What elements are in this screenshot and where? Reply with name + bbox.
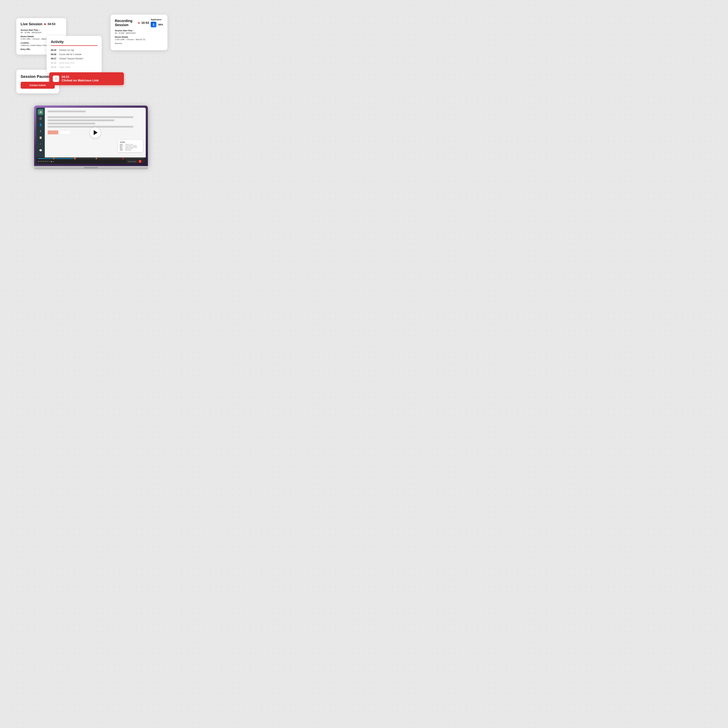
list-item: 04:17 - Clicked "Session Monitor" (51, 57, 97, 61)
activity-time: 04:18 (51, 62, 57, 64)
sidebar-icon-chat[interactable]: 💬 (38, 147, 43, 153)
list-item: 04:18 – Quick back click (120, 148, 141, 149)
list-item: 04:17 – Clicked "Session Monitor" (120, 147, 141, 148)
app-main-content: Activity 04:15 – Clicked <a> tag 04:16 –… (45, 108, 146, 158)
recording-indicator-dot (138, 22, 139, 24)
list-item: 04:16 – Cursor Idle for 1 minute (120, 145, 141, 147)
fake-bar (47, 122, 95, 124)
rec-location-value: America (115, 42, 163, 44)
timestamp-display: 00:30:10:54 (40, 161, 49, 162)
activity-list: 04:15 - Clicked <a> tag 04:16 - Cursor I… (51, 48, 97, 69)
sidebar-icon-check[interactable]: ✓ (38, 141, 43, 147)
rec-start-time-value: 09 : 32 AM · 08/03/2024 (115, 32, 163, 34)
fake-btn-white (60, 130, 70, 135)
timeline-marker-orange-3 (96, 158, 97, 159)
mini-activity-title: Activity (120, 141, 141, 143)
activity-card: Activity 04:15 - Clicked <a> tag 04:16 -… (47, 36, 102, 73)
fake-bar (47, 110, 86, 112)
fast-forward-button[interactable]: » (54, 161, 54, 162)
fake-bar (47, 119, 114, 121)
list-item: 04:20 - Page visible (51, 65, 97, 69)
activity-time: 04:20 (51, 66, 57, 69)
laptop-screen: 🏠 ⏻ 👤 $ 📋 ✓ 💬 (36, 108, 146, 164)
activity-desc: Quick back click (59, 62, 75, 64)
rec-start-time-label: Session Start Time – (115, 29, 163, 32)
list-item: 04:18 - Quick back click (51, 61, 97, 65)
start-time-label: Session Start Time – (21, 29, 62, 31)
activity-desc: Page visible (59, 66, 71, 69)
sidebar-icon-user[interactable]: 👤 (38, 122, 43, 128)
list-item: 04:16 - Cursor Idle for 1 minute (51, 52, 97, 57)
timeline-marker-orange-2 (74, 158, 76, 159)
laptop-base (34, 166, 148, 169)
rec-device-value: 1728 x 896 – Chrome – MacOS 10... (115, 38, 163, 41)
list-item: 04:20 – Page visible (120, 149, 141, 151)
activity-desc: Cursor Idle for 1 minute (59, 53, 81, 56)
fake-btn-red (47, 130, 58, 135)
list-item: 04:15 – Clicked <a> tag (120, 144, 141, 145)
rec-device-label: Device Details (115, 36, 163, 38)
fake-bar (47, 126, 133, 128)
app-sidebar: 🏠 ⏻ 👤 $ 📋 ✓ 💬 (36, 108, 45, 158)
live-indicator-dot (44, 23, 46, 25)
recording-session-timer: 10:53 (141, 21, 149, 25)
activity-time: 04:15 (51, 49, 57, 51)
laptop-body: 🏠 ⏻ 👤 $ 📋 ✓ 💬 (34, 106, 148, 166)
video-controls: 1x 00:30:10:54 « ▶ » Skip Inactivity ? ⛶ (36, 158, 146, 164)
recording-session-card: Recording Session 10:53 Application JIRA… (110, 15, 167, 50)
speed-control[interactable]: 1x (38, 161, 40, 162)
sidebar-icon-power[interactable]: ⏻ (38, 116, 43, 121)
start-time-value: 09 : 32 AM · 08/03/2024 (21, 31, 62, 34)
activity-time: 04:16 (51, 53, 57, 56)
activity-card-title: Activity (51, 40, 97, 46)
progress-fill (38, 158, 75, 159)
activity-time: 04:17 (51, 57, 57, 60)
screen-content: 🏠 ⏻ 👤 $ 📋 ✓ 💬 (36, 108, 146, 158)
timeline-marker-orange-1 (53, 158, 54, 159)
alert-description: Clicked on Malicious Link (62, 79, 99, 82)
help-button[interactable]: ? (139, 160, 141, 163)
recording-session-title: Recording Session (115, 19, 136, 27)
live-session-title: Live Session (21, 22, 42, 26)
play-pause-button[interactable]: ▶ (51, 161, 53, 162)
activity-desc: Clicked <a> tag (59, 49, 74, 51)
controls-left: 1x 00:30:10:54 « ▶ » (38, 161, 54, 162)
fake-bar (47, 116, 133, 118)
fake-web-content (45, 108, 146, 137)
app-label: Application (151, 18, 163, 21)
mini-activity-panel: Activity 04:15 – Clicked <a> tag 04:16 –… (118, 140, 143, 152)
activity-desc: Clicked "Session Monitor" (59, 57, 84, 60)
app-name: JIRA (158, 23, 163, 26)
alert-icon: ! (53, 75, 59, 82)
live-session-timer: 04:53 (47, 22, 55, 26)
controls-row: 1x 00:30:10:54 « ▶ » Skip Inactivity ? ⛶ (38, 160, 144, 163)
laptop-notch (84, 167, 98, 168)
fullscreen-button[interactable]: ⛶ (142, 161, 144, 162)
progress-bar[interactable] (38, 158, 144, 159)
skip-inactivity-button[interactable]: Skip Inactivity (126, 160, 138, 163)
list-item: 04:15 - Clicked <a> tag (51, 48, 97, 52)
fake-buttons (47, 130, 143, 135)
sidebar-icon-dollar[interactable]: $ (38, 128, 43, 134)
sidebar-icon-home[interactable]: 🏠 (38, 109, 43, 115)
jira-icon (151, 22, 156, 28)
timeline-marker-red (122, 158, 124, 159)
controls-right: Skip Inactivity ? ⛶ (126, 160, 144, 163)
alert-time: 04:21 (62, 75, 99, 79)
laptop-mockup: 🏠 ⏻ 👤 $ 📋 ✓ 💬 (34, 106, 148, 169)
alert-banner: ! 04:21 Clicked on Malicious Link (49, 72, 124, 85)
sidebar-icon-docs[interactable]: 📋 (38, 135, 43, 141)
rewind-button[interactable]: « (49, 161, 50, 162)
alert-text: 04:21 Clicked on Malicious Link (62, 75, 99, 82)
